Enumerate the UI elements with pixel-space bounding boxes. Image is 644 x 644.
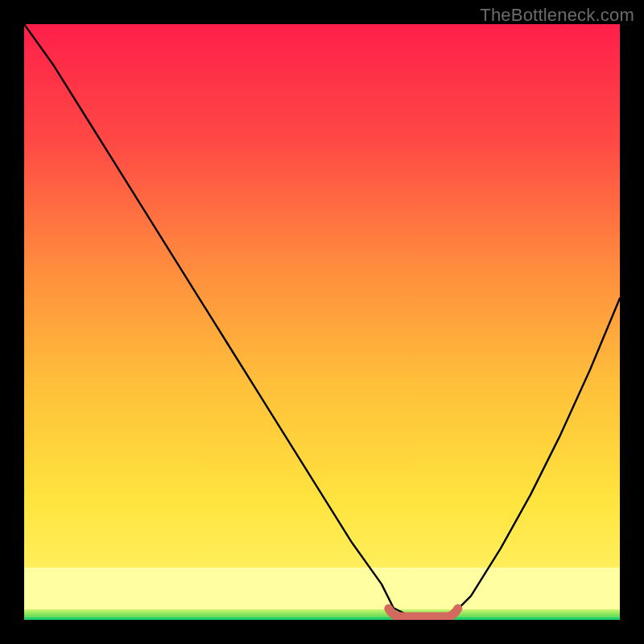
bottleneck-curve [24, 24, 620, 620]
curve-path [24, 24, 620, 620]
plot-area [24, 24, 620, 620]
watermark-text: TheBottleneck.com [480, 5, 634, 26]
chart-frame: TheBottleneck.com [0, 0, 644, 644]
